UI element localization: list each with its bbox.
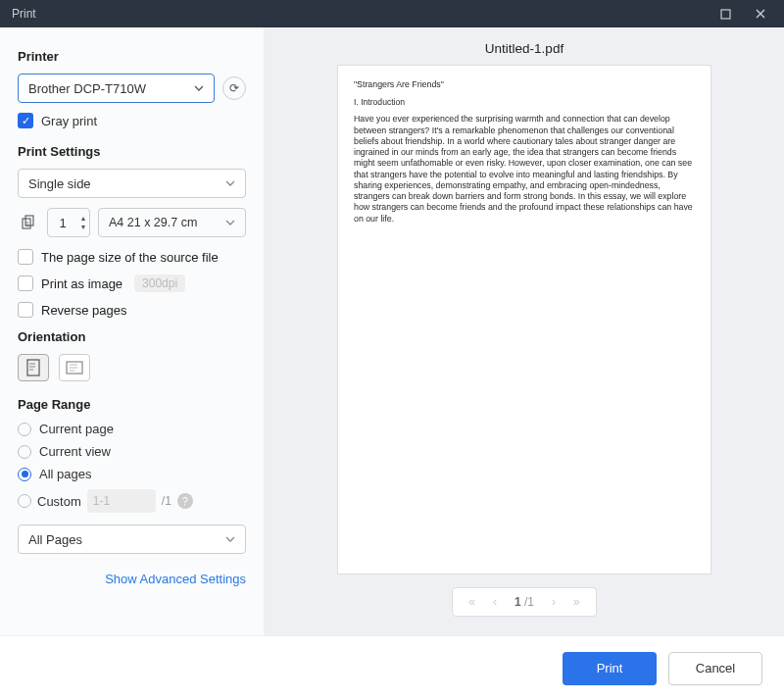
paper-size-select[interactable]: A4 21 x 29.7 cm [98,208,246,237]
doc-title: "Strangers Are Friends" [354,79,695,90]
printer-select[interactable]: Brother DCP-T710W [18,74,215,103]
page-navigator: « ‹ 1 /1 › » [452,587,596,617]
maximize-button[interactable] [708,0,743,27]
printer-selected-value: Brother DCP-T710W [28,81,146,96]
pager-total: /1 [524,595,534,609]
orientation-label: Orientation [18,329,246,344]
source-size-checkbox[interactable] [18,249,33,265]
dpi-input: 300dpi [134,275,185,292]
orientation-portrait-button[interactable] [18,354,49,381]
window-title: Print [12,7,708,21]
gray-print-checkbox[interactable]: ✓ [18,113,33,128]
custom-range-input[interactable]: 1-1 [87,489,156,513]
copies-stepper[interactable]: 1 ▴▾ [47,208,90,237]
preview-filename: Untitled-1.pdf [485,41,564,56]
print-settings-label: Print Settings [18,144,246,159]
pager-current: 1 [514,595,521,609]
chevron-down-icon [194,83,204,93]
pager-last-button[interactable]: » [573,595,580,609]
preview-page: "Strangers Are Friends" I. Introduction … [338,66,710,574]
maximize-icon [720,9,731,20]
custom-range-total: /1 [162,494,172,508]
stepper-down-icon[interactable]: ▾ [81,223,85,231]
chevron-down-icon [225,534,235,544]
range-custom-radio[interactable] [18,494,31,508]
portrait-icon [26,359,40,376]
gear-icon: ⟳ [229,81,239,95]
svg-rect-4 [27,360,39,375]
range-current-view-label: Current view [39,444,111,459]
svg-text:1: 1 [25,221,29,227]
close-icon [755,8,766,20]
landscape-icon [66,361,83,375]
range-all-pages-label: All pages [39,467,91,481]
chevron-down-icon [225,178,235,188]
pager-next-button[interactable]: › [552,595,556,609]
pager-first-button[interactable]: « [468,595,475,609]
stepper-up-icon[interactable]: ▴ [81,214,85,223]
page-range-label: Page Range [18,397,246,412]
copies-icon: 1 [18,212,39,233]
range-current-page-radio[interactable] [18,423,31,436]
chevron-down-icon [225,218,235,227]
pages-filter-select[interactable]: All Pages [18,525,246,554]
printer-settings-button[interactable]: ⟳ [222,76,246,100]
pager-prev-button[interactable]: ‹ [493,595,497,609]
print-as-image-label: Print as image [41,276,122,291]
print-button[interactable]: Print [563,652,657,685]
range-custom-label: Custom [37,494,81,509]
sides-value: Single side [28,176,91,191]
cancel-button[interactable]: Cancel [668,652,762,685]
range-current-page-label: Current page [39,422,114,436]
print-as-image-checkbox[interactable] [18,275,33,291]
close-button[interactable] [743,0,778,27]
paper-size-value: A4 21 x 29.7 cm [109,216,197,229]
help-icon[interactable]: ? [177,493,193,509]
orientation-landscape-button[interactable] [59,354,90,381]
svg-rect-0 [721,10,730,19]
sides-select[interactable]: Single side [18,169,246,198]
range-all-pages-radio[interactable] [18,468,31,481]
doc-paragraph: Have you ever experienced the surprising… [354,114,695,225]
printer-label: Printer [18,49,246,64]
reverse-pages-checkbox[interactable] [18,302,33,318]
reverse-pages-label: Reverse pages [41,303,126,318]
pages-filter-value: All Pages [28,532,82,547]
range-current-view-radio[interactable] [18,445,31,459]
copies-value: 1 [48,216,77,230]
source-size-label: The page size of the source file [41,250,219,265]
doc-section-heading: I. Introduction [354,97,695,108]
gray-print-label: Gray print [41,114,97,128]
advanced-settings-link[interactable]: Show Advanced Settings [18,572,246,586]
